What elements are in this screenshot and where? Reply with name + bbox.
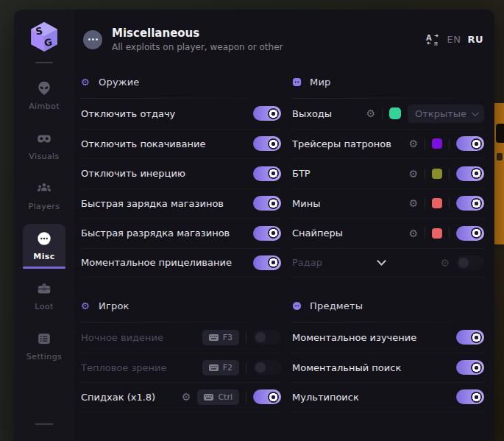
page-title: Miscellaneous bbox=[112, 27, 283, 40]
feature-row: Мины ⚙ bbox=[292, 188, 484, 219]
feature-label: Моментальное изучение bbox=[292, 332, 456, 343]
gear-icon: ⚙ bbox=[81, 301, 90, 311]
feature-label: Мультипоиск bbox=[292, 392, 456, 403]
toggle-switch[interactable] bbox=[253, 166, 281, 181]
toggle-switch[interactable] bbox=[253, 196, 281, 211]
toggle-switch[interactable] bbox=[456, 196, 484, 211]
gear-icon[interactable]: ⚙ bbox=[408, 228, 418, 239]
feature-row: Тепловое зрение F2 bbox=[81, 353, 281, 383]
sidebar-item-aimbot[interactable]: Aimbot bbox=[23, 74, 65, 119]
hotkey-label: F2 bbox=[223, 363, 233, 373]
feature-row: БТР ⚙ bbox=[292, 158, 484, 188]
toggle-switch[interactable] bbox=[253, 226, 281, 241]
feature-label: Трейсеры патронов bbox=[292, 138, 408, 149]
sidebar-divider bbox=[35, 423, 53, 425]
items-icon bbox=[292, 301, 302, 311]
sg-logo: S G bbox=[27, 19, 61, 54]
feature-row: Быстрая зарядка магазинов bbox=[81, 188, 281, 219]
sidebar-item-settings[interactable]: Settings bbox=[23, 324, 65, 369]
feature-label: Отключить покачивание bbox=[81, 138, 253, 149]
feature-label: Моментальное прицеливание bbox=[81, 257, 253, 268]
toggle-switch[interactable] bbox=[253, 136, 281, 151]
toggle-switch[interactable] bbox=[253, 255, 281, 270]
toggle-switch[interactable] bbox=[253, 106, 281, 121]
page-header: Miscellaneous All exploits on player, we… bbox=[74, 10, 494, 63]
toggle-switch[interactable] bbox=[253, 330, 281, 345]
section-world: Мир Выходы ⚙ Открытые bbox=[292, 64, 484, 278]
sidebar-item-players[interactable]: Players bbox=[23, 174, 65, 219]
lang-ru-button[interactable]: RU bbox=[467, 34, 483, 45]
gear-icon[interactable]: ⚙ bbox=[408, 138, 418, 149]
world-icon bbox=[292, 77, 302, 87]
feature-label: Тепловое зрение bbox=[81, 362, 202, 373]
feature-row: Ночное видение F3 bbox=[81, 322, 281, 353]
settings-list-icon bbox=[36, 331, 52, 347]
keyboard-icon bbox=[209, 334, 219, 341]
gear-icon[interactable]: ⚙ bbox=[408, 169, 418, 179]
page-subtitle: All exploits on player, weapon or other bbox=[112, 42, 283, 52]
hotkey-badge[interactable]: F2 bbox=[202, 360, 239, 375]
toggle-switch[interactable] bbox=[456, 360, 484, 375]
alien-icon bbox=[36, 80, 52, 96]
sidebar-item-loot[interactable]: Loot bbox=[23, 274, 65, 319]
gear-icon[interactable]: ⚙ bbox=[408, 198, 418, 208]
toggle-switch[interactable] bbox=[456, 166, 484, 181]
gear-icon[interactable]: ⚙ bbox=[440, 258, 450, 268]
toggle-switch[interactable] bbox=[456, 330, 484, 345]
feature-row: Мультипоиск bbox=[292, 382, 484, 412]
feature-label: Радар bbox=[292, 257, 322, 268]
toggle-switch[interactable] bbox=[456, 226, 484, 241]
content-grid: ⚙ Оружие Отключить отдачу Отключить пока… bbox=[74, 63, 494, 412]
section-title: Игрок bbox=[99, 300, 129, 311]
feature-label: Снайперы bbox=[292, 227, 408, 239]
feature-label: Ночное видение bbox=[81, 332, 202, 343]
feature-row: Моментальный поиск bbox=[292, 353, 484, 383]
toggle-switch[interactable] bbox=[456, 136, 484, 151]
keyboard-icon bbox=[204, 394, 213, 401]
feature-row: Трейсеры патронов ⚙ bbox=[292, 129, 484, 159]
main-panel: Miscellaneous All exploits on player, we… bbox=[74, 10, 494, 441]
sidebar-item-label: Loot bbox=[35, 302, 53, 311]
sidebar-item-visuals[interactable]: Visuals bbox=[23, 124, 65, 169]
section-player: ⚙ Игрок Ночное видение F3 bbox=[81, 288, 281, 412]
exits-dropdown[interactable]: Открытые bbox=[408, 105, 484, 123]
gear-icon[interactable]: ⚙ bbox=[182, 392, 191, 402]
background-sign-mark bbox=[497, 153, 503, 160]
feature-row: Снайперы ⚙ bbox=[292, 218, 484, 248]
feature-row: Моментальное прицеливание bbox=[81, 248, 281, 278]
feature-label: Спидхак (x1.8) bbox=[81, 392, 182, 403]
svg-text:я: я bbox=[434, 40, 438, 46]
lang-en-button[interactable]: EN bbox=[447, 34, 461, 45]
color-swatch[interactable] bbox=[432, 228, 442, 239]
feature-row: Моментальное изучение bbox=[292, 322, 484, 353]
feature-row: Отключить покачивание bbox=[81, 129, 281, 159]
color-swatch[interactable] bbox=[432, 198, 442, 208]
vr-goggles-icon bbox=[36, 130, 52, 147]
gear-icon[interactable]: ⚙ bbox=[366, 108, 375, 119]
ellipsis-circle-icon bbox=[36, 230, 52, 247]
hotkey-label: F3 bbox=[223, 333, 233, 342]
feature-row: Выходы ⚙ Открытые bbox=[292, 99, 484, 129]
keyboard-icon bbox=[209, 364, 219, 371]
color-swatch[interactable] bbox=[389, 107, 401, 119]
toggle-switch[interactable] bbox=[253, 360, 281, 375]
left-column: ⚙ Оружие Отключить отдачу Отключить пока… bbox=[81, 64, 281, 412]
briefcase-icon bbox=[36, 281, 52, 297]
color-swatch[interactable] bbox=[432, 138, 442, 149]
toggle-switch[interactable] bbox=[253, 389, 281, 404]
section-title: Предметы bbox=[310, 300, 363, 311]
hotkey-badge[interactable]: F3 bbox=[202, 330, 239, 345]
sidebar-item-misc[interactable]: Misc bbox=[23, 224, 65, 269]
translate-icon[interactable]: A я bbox=[425, 33, 440, 46]
toggle-switch[interactable] bbox=[456, 389, 484, 404]
color-swatch[interactable] bbox=[432, 169, 442, 179]
section-title: Оружие bbox=[99, 77, 140, 88]
toggle-switch[interactable] bbox=[456, 255, 484, 270]
misc-ellipsis-icon bbox=[83, 30, 102, 49]
hotkey-badge[interactable]: Ctrl bbox=[197, 389, 239, 405]
sidebar-item-label: Settings bbox=[26, 352, 62, 361]
feature-row: Спидхак (x1.8) ⚙ Ctrl bbox=[81, 382, 281, 412]
chevron-down-icon[interactable] bbox=[377, 256, 386, 266]
sidebar: S G Aimbot Visuals bbox=[14, 10, 74, 441]
section-title: Мир bbox=[310, 77, 331, 88]
